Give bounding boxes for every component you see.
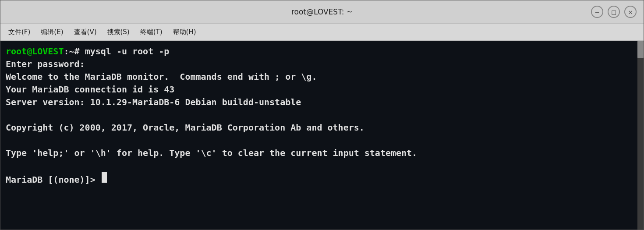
mariadb-prompt-line: MariaDB [(none)]> (6, 172, 632, 186)
menubar: 文件(F) 编辑(E) 查看(V) 搜索(S) 终端(T) 帮助(H) (0, 23, 644, 41)
blank-line-2 (6, 134, 632, 147)
prompt-path: :~ (64, 45, 74, 58)
scrollbar-thumb[interactable] (637, 41, 644, 58)
mariadb-prompt: MariaDB [(none)]> (6, 173, 101, 186)
menu-edit[interactable]: 编辑(E) (36, 26, 67, 38)
terminal-output[interactable]: root@LOVEST:~# mysql -u root -p Enter pa… (0, 41, 637, 230)
scrollbar[interactable] (637, 41, 644, 230)
close-icon: ✕ (628, 8, 633, 16)
output-welcome: Welcome to the MariaDB monitor. Commands… (6, 71, 632, 83)
window-title: root@LOVEST: ~ (291, 7, 353, 16)
menu-terminal[interactable]: 终端(T) (136, 26, 167, 38)
prompt-user: root@LOVEST (6, 45, 64, 58)
menu-search[interactable]: 搜索(S) (103, 26, 134, 38)
minimize-button[interactable]: − (591, 6, 603, 18)
window-controls: − □ ✕ (591, 6, 637, 18)
output-enter-password: Enter password: (6, 58, 632, 71)
output-copyright: Copyright (c) 2000, 2017, Oracle, MariaD… (6, 121, 632, 134)
blank-line-1 (6, 109, 632, 121)
terminal-area[interactable]: root@LOVEST:~# mysql -u root -p Enter pa… (0, 41, 644, 230)
output-help: Type 'help;' or '\h' for help. Type '\c'… (6, 147, 632, 159)
command-text: mysql -u root -p (85, 45, 170, 58)
prompt-symbol: # (74, 45, 80, 58)
menu-view[interactable]: 查看(V) (70, 26, 101, 38)
terminal-window: root@LOVEST: ~ − □ ✕ 文件(F) 编辑(E) 查看(V) 搜… (0, 0, 644, 230)
titlebar: root@LOVEST: ~ − □ ✕ (0, 0, 644, 23)
terminal-cursor (102, 172, 107, 183)
output-server-version: Server version: 10.1.29-MariaDB-6 Debian… (6, 96, 632, 109)
command-prompt-line: root@LOVEST:~# mysql -u root -p (6, 45, 632, 58)
maximize-button[interactable]: □ (608, 6, 620, 18)
output-connection-id: Your MariaDB connection id is 43 (6, 83, 632, 96)
blank-line-3 (6, 159, 632, 172)
maximize-icon: □ (612, 8, 616, 16)
minimize-icon: − (595, 8, 599, 16)
menu-help[interactable]: 帮助(H) (169, 26, 201, 38)
menu-file[interactable]: 文件(F) (4, 26, 35, 38)
close-button[interactable]: ✕ (624, 6, 637, 18)
